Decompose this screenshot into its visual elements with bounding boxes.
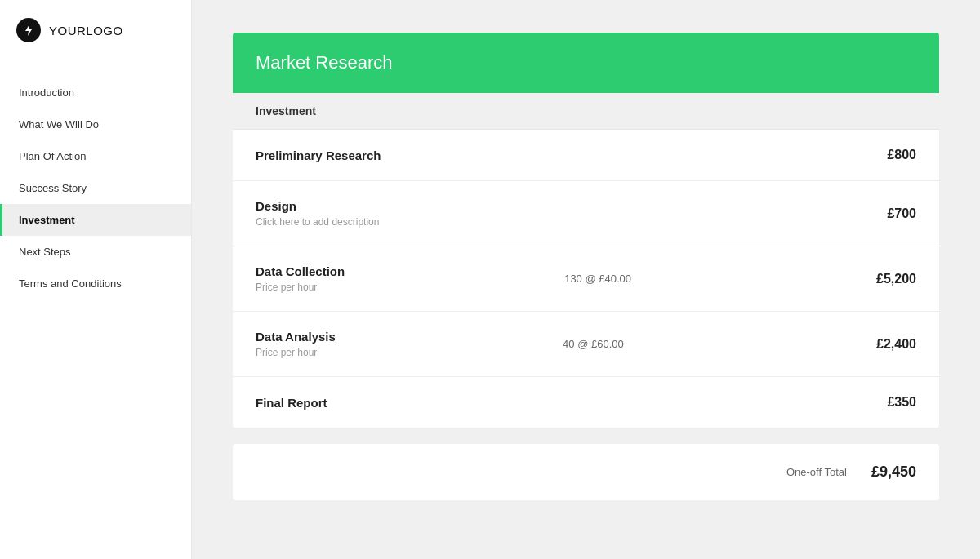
total-card: One-off Total £9,450 [233, 444, 939, 500]
line-item-middle-3: 40 @ £60.00 [336, 338, 851, 350]
line-item-0: Preliminary Research£800 [233, 130, 939, 181]
line-item-4: Final Report£350 [233, 377, 939, 428]
investment-header: Investment [233, 93, 939, 130]
sidebar: YOURLOGO IntroductionWhat We Will DoPlan… [0, 0, 192, 559]
sidebar-item-what-we-will-do[interactable]: What We Will Do [0, 109, 191, 140]
card-header: Market Research [233, 33, 939, 93]
line-item-name-3: Data Analysis [256, 330, 336, 344]
line-item-3: Data AnalysisPrice per hour40 @ £60.00£2… [233, 312, 939, 377]
line-item-price-0: £800 [851, 148, 916, 162]
sidebar-item-success-story[interactable]: Success Story [0, 172, 191, 204]
card-title: Market Research [256, 52, 916, 73]
line-item-left-0: Preliminary Research [256, 149, 381, 162]
total-label: One-off Total [786, 466, 847, 478]
line-item-left-4: Final Report [256, 396, 327, 410]
sidebar-item-next-steps[interactable]: Next Steps [0, 236, 191, 268]
sidebar-item-terms-and-conditions[interactable]: Terms and Conditions [0, 268, 191, 299]
line-item-1: DesignClick here to add description£700 [233, 181, 939, 246]
line-item-price-1: £700 [851, 206, 916, 221]
line-item-price-2: £5,200 [851, 272, 916, 286]
line-item-price-4: £350 [851, 395, 916, 410]
line-item-sub-2: Price per hour [256, 282, 345, 293]
logo-bold: YOUR [49, 24, 86, 38]
line-item-name-1: Design [256, 199, 379, 213]
main-content: Market Research Investment Preliminary R… [192, 0, 980, 559]
line-item-name-2: Data Collection [256, 264, 345, 278]
line-item-sub-3: Price per hour [256, 347, 336, 358]
nav-menu: IntroductionWhat We Will DoPlan Of Actio… [0, 77, 191, 299]
line-item-2: Data CollectionPrice per hour130 @ £40.0… [233, 246, 939, 312]
line-item-middle-2: 130 @ £40.00 [345, 273, 851, 285]
logo-icon [16, 18, 41, 42]
line-item-left-2: Data CollectionPrice per hour [256, 264, 345, 293]
logo-regular: LOGO [86, 24, 122, 38]
svg-marker-0 [25, 24, 32, 36]
market-research-card: Market Research Investment Preliminary R… [233, 33, 939, 428]
logo-text: YOURLOGO [49, 24, 123, 38]
line-item-left-1: DesignClick here to add description [256, 199, 379, 228]
sidebar-item-investment[interactable]: Investment [0, 204, 191, 236]
logo-area: YOURLOGO [0, 0, 191, 60]
line-item-name-4: Final Report [256, 396, 327, 410]
line-item-sub-1: Click here to add description [256, 216, 379, 228]
line-items-list: Preliminary Research£800DesignClick here… [233, 130, 939, 428]
sidebar-item-plan-of-action[interactable]: Plan Of Action [0, 140, 191, 172]
line-item-left-3: Data AnalysisPrice per hour [256, 330, 336, 358]
line-item-name-0: Preliminary Research [256, 149, 381, 162]
sidebar-item-introduction[interactable]: Introduction [0, 77, 191, 109]
total-value: £9,450 [871, 464, 916, 481]
line-item-price-3: £2,400 [851, 337, 916, 352]
